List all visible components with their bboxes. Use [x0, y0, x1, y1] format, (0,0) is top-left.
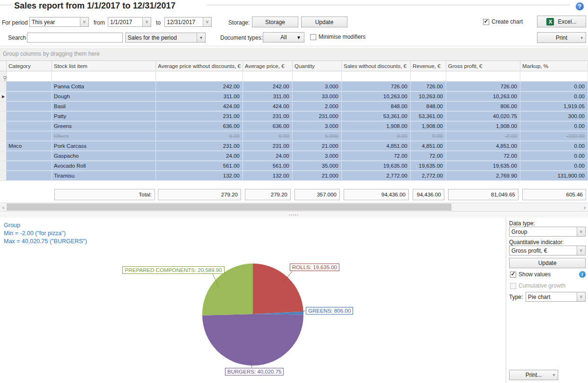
filter-cell[interactable] [7, 71, 52, 82]
help-icon[interactable]: ? [576, 2, 584, 10]
cell-value[interactable]: 19,635.00 [411, 161, 446, 171]
cell-value[interactable]: 19,635.00 [342, 161, 411, 171]
cell-value[interactable]: 24.00 [156, 151, 243, 161]
pie-slices[interactable] [202, 264, 303, 366]
table-row[interactable]: МясоPork Carcass231.00231.0021.0004,851.… [0, 141, 588, 151]
pie-slice-rolls[interactable] [253, 264, 303, 314]
storage-button[interactable]: Storage [252, 17, 298, 27]
table-row[interactable]: Greens636.00636.003.0001,908.001,908.001… [0, 121, 588, 131]
cell-value[interactable]: 231.00 [156, 111, 243, 121]
cell-value[interactable]: 72.00 [446, 151, 520, 161]
scroll-right-icon[interactable]: › [581, 204, 588, 211]
cell-value[interactable]: 424.00 [156, 102, 243, 111]
cell-value[interactable]: 19,635.00 [446, 161, 520, 171]
column-header[interactable]: Average price without discounts, € [156, 60, 243, 71]
filter-cell[interactable] [243, 71, 293, 82]
scrollbar-thumb[interactable] [7, 204, 451, 211]
chart-print-button[interactable]: Print... ▾ [509, 370, 558, 380]
cell-value[interactable]: 231.00 [243, 111, 293, 121]
table-row[interactable]: Basil424.00424.002.000848.00848.00806.00… [0, 102, 588, 111]
cell-stock-item[interactable]: Basil [52, 102, 156, 111]
cell-value[interactable]: 53,361.00 [342, 111, 411, 121]
column-header[interactable]: Stock list item [52, 60, 156, 71]
cell-value[interactable]: 4,851.00 [446, 141, 520, 151]
cell-value[interactable]: 2.000 [293, 102, 342, 111]
cell-value[interactable]: 1,908.00 [446, 121, 520, 131]
cell-value[interactable]: 806.00 [446, 102, 520, 111]
cell-value[interactable]: 5.000 [293, 131, 342, 141]
table-row[interactable]: Patty231.00231.00231.00053,361.0053,361.… [0, 111, 588, 121]
cell-stock-item[interactable]: Gaspacho [52, 151, 156, 161]
cell-category[interactable] [7, 111, 52, 121]
splitter-handle[interactable]: ▪▪▪▪▪ [0, 212, 588, 218]
document-types-dropdown[interactable]: All ▼ [263, 32, 304, 43]
cell-value[interactable]: 0.00 [243, 131, 293, 141]
info-icon[interactable]: i [579, 271, 586, 278]
cell-value[interactable]: 21.000 [293, 141, 342, 151]
cell-value[interactable]: 300.00 [520, 111, 588, 121]
chevron-down-icon[interactable]: ˅ [577, 227, 585, 236]
cell-value[interactable]: 636.00 [243, 121, 293, 131]
filter-cell[interactable] [446, 71, 520, 82]
cell-value[interactable]: 2,772.00 [342, 171, 411, 181]
indicator-select[interactable]: Gross profit, € ˅ [509, 246, 586, 255]
cell-value[interactable]: 424.00 [243, 102, 293, 111]
column-header[interactable]: Average price, € [243, 60, 293, 71]
cell-stock-item[interactable]: Greens [52, 121, 156, 131]
cell-value[interactable]: 0.00 [520, 141, 588, 151]
cell-category[interactable] [7, 102, 52, 111]
table-row[interactable]: Avocado Roll561.00561.0035.00019,635.001… [0, 161, 588, 171]
minimise-modifiers-checkbox[interactable]: Minimise modifiers [310, 34, 365, 40]
cell-value[interactable]: 0.00 [156, 131, 243, 141]
chevron-down-icon[interactable]: ˅ [142, 17, 151, 26]
cell-value[interactable]: 231.00 [243, 141, 293, 151]
cell-value[interactable]: 53,361.00 [411, 111, 446, 121]
filter-cell[interactable] [411, 71, 446, 82]
cell-value[interactable]: 3.000 [293, 121, 342, 131]
data-type-select[interactable]: Group ˅ [509, 227, 586, 237]
cell-value[interactable]: 726.00 [342, 82, 411, 92]
cell-value[interactable]: 0.00 [342, 131, 411, 141]
cell-value[interactable]: 40,020.75 [446, 111, 520, 121]
cell-value[interactable]: 0.00 [520, 82, 588, 92]
chevron-down-icon[interactable]: ˅ [203, 17, 211, 26]
cell-category[interactable] [7, 92, 52, 102]
cell-value[interactable]: 132.00 [243, 171, 293, 181]
cell-value[interactable]: 3.000 [293, 151, 342, 161]
cell-stock-item[interactable]: Patty [52, 111, 156, 121]
cell-value[interactable]: 2,769.90 [446, 171, 520, 181]
period-select[interactable]: This year ˅ [29, 17, 89, 27]
table-row[interactable]: ▶Dough311.00311.0033.00010,263.0010,263.… [0, 92, 588, 102]
cell-value[interactable]: 561.00 [156, 161, 243, 171]
cell-category[interactable] [7, 121, 52, 131]
cell-value[interactable]: 10,263.00 [342, 92, 411, 102]
chevron-down-icon[interactable]: ˅ [577, 246, 585, 255]
filter-cell[interactable] [293, 71, 342, 82]
cell-value[interactable]: 1,908.00 [342, 121, 411, 131]
cell-category[interactable]: Мясо [7, 141, 52, 151]
column-header[interactable]: Markup, % [520, 60, 588, 71]
cell-stock-item[interactable]: Pork Carcass [52, 141, 156, 151]
horizontal-scrollbar[interactable]: ‹ › [0, 203, 588, 212]
date-to-select[interactable]: 12/31/2017 ˅ [164, 17, 212, 27]
cell-stock-item[interactable]: Panna Cotta [52, 82, 156, 92]
table-row[interactable]: Panna Cotta242.00242.003.000726.00726.00… [0, 82, 588, 92]
cell-category[interactable] [7, 171, 52, 181]
cell-value[interactable]: 10,263.00 [411, 92, 446, 102]
cell-category[interactable] [7, 82, 52, 92]
cell-value[interactable]: -2.00 [446, 131, 520, 141]
cell-value[interactable]: 636.00 [156, 121, 243, 131]
cell-value[interactable]: 21.000 [293, 171, 342, 181]
filter-cell[interactable] [52, 71, 156, 82]
cell-value[interactable]: 311.00 [243, 92, 293, 102]
table-filter-row[interactable] [0, 71, 588, 82]
cell-category[interactable] [7, 131, 52, 141]
cell-value[interactable]: 131,900.00 [520, 171, 588, 181]
cell-category[interactable] [7, 161, 52, 171]
cell-value[interactable]: 0.00 [520, 92, 588, 102]
cell-value[interactable]: 132.00 [156, 171, 243, 181]
chevron-down-icon[interactable]: ˅ [577, 292, 585, 301]
create-chart-checkbox[interactable]: Create chart [483, 18, 523, 25]
cell-value[interactable]: 231.000 [293, 111, 342, 121]
cell-value[interactable]: 24.00 [243, 151, 293, 161]
